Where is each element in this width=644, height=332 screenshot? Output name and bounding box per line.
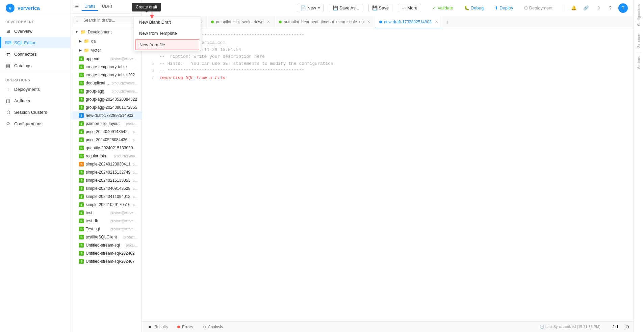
analysis-icon: ⊙ [203,325,206,329]
tab-close-icon[interactable]: ✕ [434,19,439,25]
list-item[interactable]: S simple-20241029170516 p... [71,201,141,209]
new-button-label: New [307,5,316,10]
list-item[interactable]: S price-20240528084436 p... [71,136,141,144]
sidebar-item-connectors[interactable]: ⇄ Connectors [0,48,71,60]
new-button[interactable]: 📄 New ▾ [297,4,324,12]
sidebar-item-label: Connectors [14,52,36,57]
folder-qa[interactable]: ▶ 📁 qa [71,36,141,46]
list-item[interactable]: S create-temporary-table ... [71,63,141,71]
draft-badge: S [79,97,84,102]
code-line: -- Time: 2024-11-29 15:01:54 [147,47,628,54]
sidebar-item-overview[interactable]: ⊞ Overview [0,25,71,37]
results-tab[interactable]: ◾ Results [146,325,169,329]
udfs-tab[interactable]: UDFs [99,3,115,11]
database-icon: ▤ [5,63,11,68]
tab-autopilot-slot-scale-down[interactable]: autopilot_slot_scale_down ✕ [207,16,275,28]
draft-meta: ... [135,65,137,69]
sidebar-item-configurations[interactable]: ⚙ Configurations [0,118,71,129]
folder-development[interactable]: ▼ 📁 Development [71,27,141,36]
sidebar-item-catalogs[interactable]: ▤ Catalogs [0,60,71,71]
save-as-label: Save As... [339,5,359,10]
nav-dev-label: DEVELOPMENT [0,16,71,25]
configurations-label[interactable]: Configurations [637,3,641,27]
list-item[interactable]: S group-agg-20240528084522 [71,95,141,103]
sidebar-item-label: Catalogs [14,63,31,68]
list-item[interactable]: S simple-20240411094012 p... [71,193,141,201]
sidebar-item-session-clusters[interactable]: ⬡ Session Clusters [0,106,71,118]
draft-name: regular-join [86,154,112,158]
structure-label[interactable]: Structure [637,33,641,49]
list-item[interactable]: S regular-join product@verv... [71,152,141,160]
save-as-button[interactable]: 💾 Save As... [329,4,363,12]
list-item[interactable]: S testlikeSQLClient product... [71,233,141,241]
new-blank-draft-item[interactable]: New Blank Draft [134,17,201,28]
left-sidebar: V ververica DEVELOPMENT ⊞ Overview ⌨ SQL… [0,0,71,332]
list-item[interactable]: S Untitled-stream-sql produ... [71,241,141,249]
draft-badge: S [79,65,84,69]
errors-tab[interactable]: Errors [176,325,195,329]
folder-icon: 📁 [80,29,86,34]
tab-new-draft[interactable]: new-draft-1732892514903 ✕ [375,16,443,28]
gear-icon: ⚙ [5,121,11,126]
draft-badge: S [79,251,84,256]
help-icon[interactable]: ? [606,4,614,12]
list-item[interactable]: S simple-20240123030411 p... [71,160,141,168]
tab-close-icon[interactable]: ✕ [366,19,371,25]
draft-name: price-20240409143542 [86,129,131,134]
folder-victor[interactable]: ▶ 📁 victor [71,46,141,55]
tab-close-icon[interactable]: ✕ [266,19,271,25]
list-item[interactable]: S deduplication product@verve... [71,79,141,87]
debug-button[interactable]: 🐛 Debug [461,4,487,12]
list-item[interactable]: S new-draft-1732892514903 [71,111,141,120]
list-item[interactable]: S create-temporary-table-202 [71,71,141,79]
list-item[interactable]: S group-agg product@verve... [71,87,141,95]
list-item[interactable]: S group-agg-20240801172855 [71,103,141,111]
list-item[interactable]: S append product@ververic... [71,55,141,63]
hamburger-icon[interactable]: ☰ [74,3,80,10]
search-input[interactable] [74,16,139,24]
sidebar-item-artifacts[interactable]: ◫ Artifacts [0,95,71,106]
list-item[interactable]: S Untitled-stream-sql-202402 [71,249,141,257]
avatar[interactable]: T [618,3,628,13]
notification-icon[interactable]: 🔔 [570,4,578,12]
draft-name: simple-20241029170516 [86,202,131,207]
list-item[interactable]: S paimon_file_layout produ... [71,120,141,128]
save-button[interactable]: 💾 Save [368,4,393,12]
list-item[interactable]: S test product@ververica... [71,209,141,217]
list-item[interactable]: S simple-20240409143528 p... [71,184,141,193]
sidebar-item-sql-editor[interactable]: ⌨ SQL Editor [0,37,71,48]
dropdown-menu: New Blank Draft New from Template New fr… [133,16,201,51]
list-item[interactable]: S quantity-20240215133030 [71,144,141,152]
tab-dot [279,21,282,23]
list-item[interactable]: S test-db product@ververic... [71,217,141,225]
code-editor[interactable]: -- *************************************… [142,28,633,321]
tab-add-button[interactable]: + [443,19,452,25]
drafts-tab[interactable]: Drafts [82,3,98,11]
draft-badge: S [79,259,84,264]
bottom-panel: ◾ Results Errors ⊙ Analysis 🕐 Last Synch… [142,321,633,332]
list-item[interactable]: S Test-sql product@ververic... [71,225,141,233]
analysis-tab[interactable]: ⊙ Analysis [201,325,225,329]
list-item[interactable]: S price-20240409143542 p... [71,128,141,136]
folder-label: victor [91,48,101,53]
list-item[interactable]: S simple-20240215133053 p... [71,176,141,184]
deploy-button[interactable]: ⬆ Deploy [491,4,516,12]
deployment-button[interactable]: ⬡ Deployment [521,4,556,12]
validate-button[interactable]: ✓ Validate [429,4,457,12]
new-from-template-item[interactable]: New from Template [134,28,201,39]
versions-label[interactable]: Versions [637,55,641,71]
theme-icon[interactable]: ☽ [594,4,602,12]
link-icon[interactable]: 🔗 [582,4,590,12]
draft-meta: produ... [126,244,137,247]
draft-meta: p... [133,203,137,207]
draft-name: simple-20240215133053 [86,178,131,183]
list-item[interactable]: S Untitled-stream-sql-202407 [71,257,141,265]
draft-name: group-agg-20240801172855 [86,105,137,110]
search-icon: ⌕ [76,18,79,22]
new-from-file-item[interactable]: New from file [135,40,199,50]
draft-meta: product@ververic... [110,219,137,223]
list-item[interactable]: S simple-20240215132749 p... [71,168,141,176]
more-button[interactable]: ⋯ More [398,4,421,12]
tab-autopilot-heartbeat[interactable]: autopilot_heartbeat_timeout_mem_scale_up… [275,16,375,28]
sidebar-item-deployments[interactable]: ↑ Deployments [0,83,71,95]
